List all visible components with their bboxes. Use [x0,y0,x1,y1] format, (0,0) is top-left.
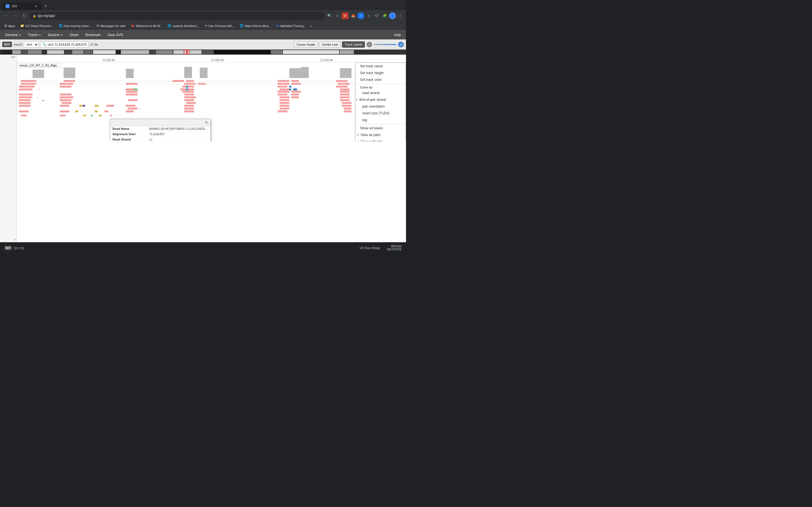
help-menu[interactable]: Help [391,32,404,38]
search-icon[interactable]: 🔍 [326,12,333,19]
svg-rect-93 [184,94,194,96]
svg-rect-42 [21,80,36,82]
show-all-bases-item[interactable]: Show all bases [356,125,406,131]
browser-footer: IGV igv.org UC San Diego BROADINSTITUTE [0,242,406,253]
bookmark-w-icon: W [276,24,279,27]
bookmark-menu[interactable]: Bookmark [83,32,103,38]
bookmark-menu-label: Bookmark [86,33,101,37]
broad-institute-logo: BROADINSTITUTE [387,245,402,251]
svg-rect-12 [116,50,120,54]
bookmark-welcome[interactable]: 🔖 Welcome to All W... [129,23,165,28]
zoom-slider[interactable] [374,44,396,45]
svg-rect-126 [95,105,99,107]
genome-label: mm10 [13,43,22,46]
share-menu-label: Share [70,33,79,37]
firefox-icon[interactable]: f [357,12,364,19]
svg-text:I: I [7,5,7,7]
new-tab-button[interactable]: + [42,2,50,10]
session-menu[interactable]: Session ▼ [45,32,66,38]
svg-rect-150 [60,115,66,116]
svg-rect-33 [33,69,44,78]
active-tab[interactable]: I IGV ✕ [2,2,42,10]
back-button[interactable]: ← [2,12,10,20]
svg-rect-53 [126,83,137,85]
color-by-tag[interactable]: tag [356,117,406,123]
svg-rect-61 [19,86,35,88]
puzzle-icon[interactable]: 🧩 [381,12,388,19]
bookmark-chrome[interactable]: ✛ Use Chrome with... [202,23,237,28]
zoom-out-button[interactable]: − [366,42,372,47]
svg-rect-68 [336,86,348,88]
svg-rect-100 [60,96,73,98]
svg-rect-94 [278,94,288,96]
svg-rect-78 [289,89,291,91]
svg-rect-47 [291,80,299,82]
igv-toolbar: IGV mm10 chr1 🔍 chr1:71,610,633-71,628,0… [0,40,406,50]
tab-close-button[interactable]: ✕ [34,4,38,8]
bookmark-ucdavis[interactable]: 📁 UC Davis Resourc... [18,23,56,28]
address-bar[interactable]: 🔒 igv.org/app/ [29,12,325,20]
bookmark-alphabet[interactable]: W Alphabet Tracing... [274,24,308,28]
menu-icon[interactable]: ⋮ [397,12,404,19]
track-viewport[interactable]: 71,615 kb 71,620 kb 71,625 kb [17,55,406,242]
svg-rect-146 [278,110,288,112]
bookmark-folder-icon: 📁 [20,24,24,27]
color-by-insert-size[interactable]: insert size (TLEN) [356,110,406,117]
uc-san-diego-label: UC San Diego [360,246,380,249]
locus-input[interactable]: 🔍 chr1:71,610,633-71,628,073 [40,41,89,48]
svg-rect-5 [28,50,42,54]
chromosome-select[interactable]: chr1 [24,41,39,48]
color-by-read-strand[interactable]: read strand [356,90,406,96]
bookmarks-bar: ⊞ Apps 📁 UC Davis Resourc... 🌐 How leasi… [0,21,406,31]
genome-menu[interactable]: Genome ▼ [2,32,24,38]
bookmark-apps-label: Apps [8,24,15,27]
search-locus-icon: 🔍 [42,43,47,47]
svg-text:◆: ◆ [42,99,44,102]
profile-icon[interactable]: 👤 [389,12,396,19]
bookmarks-overflow-button[interactable]: » [309,23,313,29]
svg-rect-11 [93,50,116,54]
vpn-icon[interactable]: ● [365,12,372,19]
color-by-pair-orientation[interactable]: pair orientation [356,103,406,110]
set-track-color-item[interactable]: Set track color [356,76,406,83]
svg-rect-111 [184,99,194,101]
svg-rect-98 [19,96,33,98]
svg-rect-40 [340,68,351,78]
reads-track[interactable]: mouse_110_WT_C_R1_Align... ✕ ⚙ [17,62,406,142]
share-menu[interactable]: Share [67,32,82,38]
svg-rect-3 [12,50,21,54]
bookmark-apps[interactable]: ⊞ Apps [2,23,17,28]
zoom-in-button[interactable]: + [398,42,404,47]
info-row-read-strand: Read Strand (-) [110,137,210,142]
forward-button[interactable]: → [11,12,19,20]
extensions-icon[interactable]: M [342,12,349,19]
cursor-guide-button[interactable]: Cursor Guide [294,41,317,48]
shield-icon[interactable]: 🛡 [373,12,380,19]
info-row-alignment-start: Alignment Start 71,618,657 [110,131,210,137]
track-labels-button[interactable]: Track Labels [342,41,365,48]
chromosome-band[interactable] [0,50,406,55]
bookmark-star-icon[interactable]: ☆ [334,12,341,19]
refresh-button[interactable]: ↻ [20,12,28,20]
pocket-icon[interactable]: 🦊 [350,12,356,19]
igv-app: Genome ▼ Tracks ▼ Session ▼ Share Bookma… [0,31,406,242]
svg-rect-118 [186,102,196,104]
svg-rect-96 [340,94,350,96]
tracks-menu[interactable]: Tracks ▼ [25,32,44,38]
bookmark-leasing[interactable]: 🌐 How leasing reduc... [56,23,94,28]
bookmark-forms[interactable]: 🌐 https://forms.libra... [238,23,273,28]
apps-grid-icon: ⊞ [4,24,7,27]
color-by-first-of-pair[interactable]: first-of-pair strand [356,96,406,103]
bookmark-ucdavis-bio[interactable]: 🌐 ucdavis-bioinform... [165,23,202,28]
svg-rect-110 [128,99,138,101]
show-soft-clips-item[interactable]: Show soft clips [356,138,406,142]
view-as-pairs-item[interactable]: View as pairs [356,131,406,138]
bookmark-messages[interactable]: ✉ Messages for web [94,23,128,28]
svg-text:◇: ◇ [38,88,40,91]
tab-favicon: I [6,4,10,8]
set-track-name-item[interactable]: Set track name [356,63,406,69]
center-line-button[interactable]: Center Line [319,41,341,48]
set-track-height-item[interactable]: Set track height [356,69,406,76]
info-popup-close-button[interactable]: ✕ [205,120,208,125]
save-svg-menu[interactable]: Save SVG [105,32,126,38]
